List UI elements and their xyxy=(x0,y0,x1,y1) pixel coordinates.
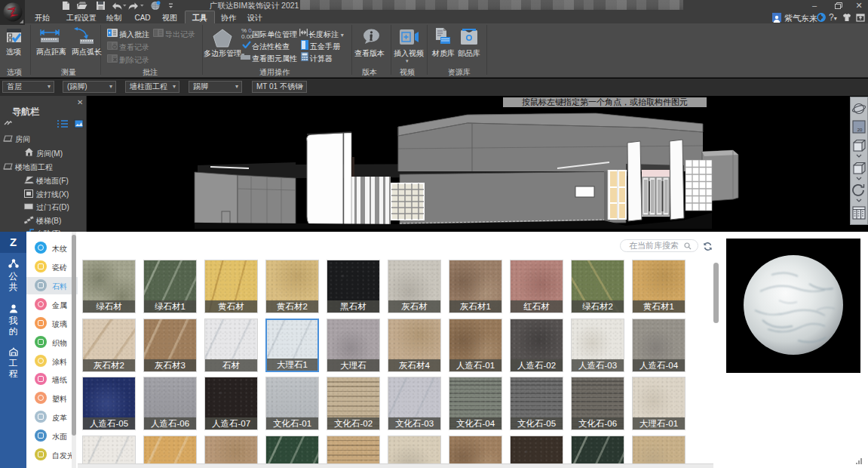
svg-text:20: 20 xyxy=(857,128,863,132)
